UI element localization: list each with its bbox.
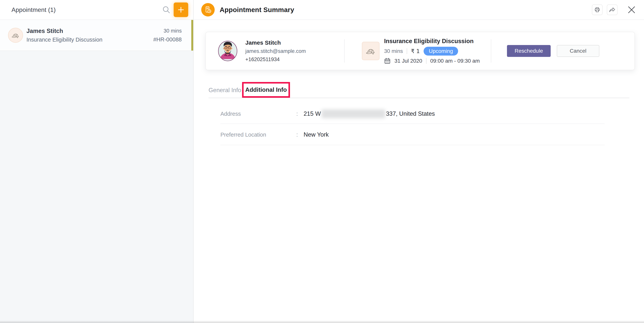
appointment-time: 09:00 am - 09:30 am — [430, 58, 480, 64]
page-title: Appointment Summary — [220, 6, 294, 13]
meta-separator — [426, 58, 426, 64]
calendar-icon — [384, 58, 390, 64]
appointment-list-panel: Appointment (1) — [0, 0, 194, 323]
appointment-hat-cursor-icon — [365, 46, 376, 56]
list-item-reference: #HR-00088 — [153, 36, 182, 43]
tab-additional-info[interactable]: Additional Info — [245, 86, 287, 93]
appointment-list-item[interactable]: James Stitch Insurance Eligibility Discu… — [0, 20, 193, 51]
field-row-preferred-location: Preferred Location : New York — [220, 130, 604, 140]
list-item-meta: 30 mins #HR-00088 — [153, 28, 182, 43]
avatar — [218, 40, 238, 61]
field-divider — [220, 124, 604, 124]
selected-item-accent-bar — [191, 20, 193, 50]
meta-separator — [407, 48, 407, 54]
cancel-button[interactable]: Cancel — [557, 45, 599, 57]
redacted-blur-region — [322, 109, 385, 118]
search-button[interactable] — [162, 5, 171, 15]
add-appointment-button[interactable] — [174, 2, 188, 17]
list-panel-title: Appointment (1) — [12, 6, 56, 13]
print-button[interactable] — [592, 4, 602, 15]
card-vertical-divider — [491, 39, 491, 63]
appointment-summary-card: James Stitch james.stitch@sample.com +16… — [206, 32, 635, 70]
appointment-price: ₹ 1 — [411, 48, 420, 54]
appointment-meta-row: 30 mins ₹ 1 Upcoming — [384, 47, 480, 55]
status-badge: Upcoming — [424, 47, 458, 55]
search-icon — [162, 5, 171, 14]
contact-phone: +16202511934 — [245, 56, 306, 62]
field-row-address: Address : 215 W 337, United States — [220, 109, 604, 119]
appointment-date-row: 31 Jul 2020 09:00 am - 09:30 am — [384, 58, 480, 64]
appointment-title: Insurance Eligibility Discussion — [384, 38, 480, 45]
field-colon: : — [296, 132, 298, 138]
field-label: Preferred Location — [220, 132, 296, 138]
list-item-topic: Insurance Eligibility Discussion — [26, 36, 102, 43]
contact-info: James Stitch james.stitch@sample.com +16… — [245, 39, 306, 62]
list-item-text: James Stitch Insurance Eligibility Discu… — [26, 27, 102, 43]
field-divider — [220, 145, 604, 145]
appointment-type-icon-box — [362, 42, 380, 60]
plus-icon — [178, 6, 184, 13]
contact-section: James Stitch james.stitch@sample.com +16… — [206, 39, 344, 62]
close-button[interactable] — [627, 5, 636, 14]
contact-name: James Stitch — [245, 39, 306, 46]
share-forward-icon — [609, 7, 616, 13]
share-button[interactable] — [607, 4, 618, 15]
window-bottom-edge — [0, 321, 644, 323]
appointment-summary-panel: Appointment Summary — [194, 0, 644, 323]
address-value-prefix: 215 W — [304, 110, 321, 117]
list-item-duration: 30 mins — [164, 28, 182, 34]
close-icon — [628, 6, 636, 13]
appointment-section: Insurance Eligibility Discussion 30 mins… — [344, 38, 491, 64]
address-value-suffix: 337, United States — [386, 110, 435, 117]
card-actions: Reschedule Cancel — [507, 45, 599, 57]
field-value-preferred-location: New York — [304, 131, 329, 138]
reschedule-button[interactable]: Reschedule — [507, 45, 551, 57]
appointment-info: Insurance Eligibility Discussion 30 mins… — [384, 38, 480, 64]
appointment-summary-icon — [201, 3, 215, 16]
appointment-duration: 30 mins — [384, 48, 403, 54]
field-colon: : — [296, 111, 298, 117]
annotation-highlight-box: Additional Info — [242, 82, 290, 98]
tabs-underline — [208, 98, 630, 98]
field-value-address: 215 W 337, United States — [304, 109, 435, 118]
tab-general-info[interactable]: General Info — [208, 87, 241, 94]
printer-icon — [594, 7, 600, 13]
summary-header: Appointment Summary — [194, 0, 644, 20]
field-label: Address — [220, 111, 296, 117]
list-panel-header: Appointment (1) — [0, 0, 193, 20]
list-item-name: James Stitch — [26, 27, 102, 34]
summary-content: James Stitch james.stitch@sample.com +16… — [194, 20, 644, 323]
appointment-type-avatar — [8, 28, 23, 43]
contact-email: james.stitch@sample.com — [245, 48, 306, 54]
appointment-hat-cursor-icon — [11, 31, 20, 40]
appointment-date: 31 Jul 2020 — [394, 58, 422, 64]
